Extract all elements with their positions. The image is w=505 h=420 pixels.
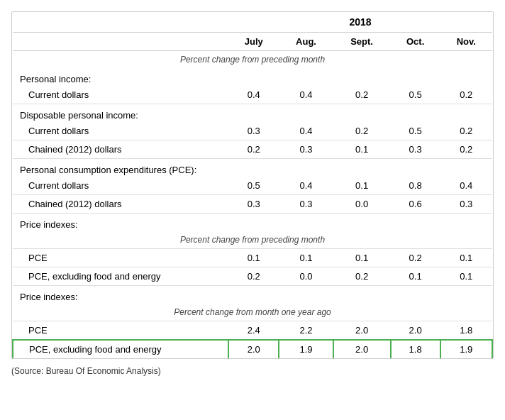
row-value: 0.2 bbox=[228, 140, 279, 159]
row-value: 0.3 bbox=[228, 122, 279, 140]
section-subtitle-row: Percent change from month one year ago bbox=[13, 304, 492, 321]
section-header-row: Personal income: bbox=[13, 68, 492, 86]
table-row: Current dollars0.40.40.20.50.2 bbox=[13, 86, 492, 104]
main-table-wrapper: 2018 July Aug. Sept. Oct. Nov. Percent c… bbox=[11, 11, 494, 359]
row-value: 0.1 bbox=[333, 177, 391, 195]
month-july: July bbox=[228, 33, 279, 51]
row-label: Current dollars bbox=[13, 122, 228, 140]
row-value: 0.3 bbox=[391, 140, 440, 159]
row-value: 0.2 bbox=[440, 86, 492, 104]
row-value: 0.3 bbox=[440, 195, 492, 214]
row-value: 1.8 bbox=[391, 340, 440, 358]
month-nov: Nov. bbox=[440, 33, 492, 51]
row-value: 0.1 bbox=[440, 249, 492, 267]
section-subtitle-text: Percent change from preceding month bbox=[13, 231, 492, 249]
subtitle-row: Percent change from preceding month bbox=[13, 51, 492, 69]
row-value: 2.2 bbox=[279, 321, 333, 341]
section-header-row: Disposable personal income: bbox=[13, 104, 492, 123]
row-label: Current dollars bbox=[13, 177, 228, 195]
row-value: 0.1 bbox=[228, 249, 279, 267]
row-value: 0.2 bbox=[440, 140, 492, 159]
subtitle-text: Percent change from preceding month bbox=[13, 51, 492, 69]
row-value: 0.3 bbox=[279, 140, 333, 159]
year-header-row: 2018 bbox=[13, 12, 492, 33]
data-table: 2018 July Aug. Sept. Oct. Nov. Percent c… bbox=[12, 12, 493, 358]
row-value: 0.3 bbox=[228, 195, 279, 214]
row-value: 0.6 bbox=[391, 195, 440, 214]
section-header-row: Personal consumption expenditures (PCE): bbox=[13, 159, 492, 177]
table-row: Chained (2012) dollars0.20.30.10.30.2 bbox=[13, 140, 492, 159]
table-row: PCE0.10.10.10.20.1 bbox=[13, 249, 492, 267]
row-value: 0.4 bbox=[228, 86, 279, 104]
section-subtitle-text: Percent change from month one year ago bbox=[13, 304, 492, 321]
row-value: 0.4 bbox=[440, 177, 492, 195]
row-label: Chained (2012) dollars bbox=[13, 140, 228, 159]
month-oct: Oct. bbox=[391, 33, 440, 51]
row-label: Current dollars bbox=[13, 86, 228, 104]
row-value: 0.2 bbox=[333, 267, 391, 286]
row-label: Chained (2012) dollars bbox=[13, 195, 228, 214]
section-header-row: Price indexes: bbox=[13, 286, 492, 304]
section-subtitle-row: Percent change from preceding month bbox=[13, 231, 492, 249]
source-text: (Source: Bureau Of Economic Analysis) bbox=[11, 366, 494, 376]
section-header-label: Personal consumption expenditures (PCE): bbox=[13, 159, 492, 177]
row-value: 0.1 bbox=[333, 140, 391, 159]
row-value: 0.1 bbox=[279, 249, 333, 267]
table-row: PCE, excluding food and energy2.01.92.01… bbox=[13, 340, 492, 358]
row-value: 2.0 bbox=[333, 340, 391, 358]
table-row: PCE2.42.22.02.01.8 bbox=[13, 321, 492, 341]
section-header-label: Price indexes: bbox=[13, 214, 492, 232]
section-header-row: Price indexes: bbox=[13, 214, 492, 232]
table-row: Chained (2012) dollars0.30.30.00.60.3 bbox=[13, 195, 492, 214]
row-value: 0.4 bbox=[279, 86, 333, 104]
row-value: 0.1 bbox=[440, 267, 492, 286]
table-row: Current dollars0.30.40.20.50.2 bbox=[13, 122, 492, 140]
row-value: 0.3 bbox=[279, 195, 333, 214]
row-label: PCE, excluding food and energy bbox=[13, 340, 228, 358]
row-value: 0.5 bbox=[391, 86, 440, 104]
row-value: 1.8 bbox=[440, 321, 492, 341]
row-value: 0.2 bbox=[228, 267, 279, 286]
row-value: 0.2 bbox=[440, 122, 492, 140]
section-header-label: Personal income: bbox=[13, 68, 492, 86]
row-value: 0.4 bbox=[279, 122, 333, 140]
row-value: 0.2 bbox=[333, 122, 391, 140]
row-value: 2.0 bbox=[333, 321, 391, 341]
row-value: 2.4 bbox=[228, 321, 279, 341]
month-sept: Sept. bbox=[333, 33, 391, 51]
row-value: 0.8 bbox=[391, 177, 440, 195]
row-value: 0.1 bbox=[333, 249, 391, 267]
row-label: PCE bbox=[13, 249, 228, 267]
section-header-label: Disposable personal income: bbox=[13, 104, 492, 123]
row-value: 0.4 bbox=[279, 177, 333, 195]
row-value: 0.5 bbox=[228, 177, 279, 195]
table-row: Current dollars0.50.40.10.80.4 bbox=[13, 177, 492, 195]
row-value: 1.9 bbox=[440, 340, 492, 358]
row-value: 2.0 bbox=[228, 340, 279, 358]
row-value: 0.0 bbox=[279, 267, 333, 286]
year-label: 2018 bbox=[228, 12, 492, 33]
month-aug: Aug. bbox=[279, 33, 333, 51]
section-header-label: Price indexes: bbox=[13, 286, 492, 304]
row-value: 2.0 bbox=[391, 321, 440, 341]
row-value: 0.2 bbox=[391, 249, 440, 267]
month-header-row: July Aug. Sept. Oct. Nov. bbox=[13, 33, 492, 51]
table-row: PCE, excluding food and energy0.20.00.20… bbox=[13, 267, 492, 286]
row-label: PCE, excluding food and energy bbox=[13, 267, 228, 286]
row-value: 0.1 bbox=[391, 267, 440, 286]
row-value: 1.9 bbox=[279, 340, 333, 358]
row-label: PCE bbox=[13, 321, 228, 341]
row-value: 0.2 bbox=[333, 86, 391, 104]
row-value: 0.5 bbox=[391, 122, 440, 140]
row-value: 0.0 bbox=[333, 195, 391, 214]
